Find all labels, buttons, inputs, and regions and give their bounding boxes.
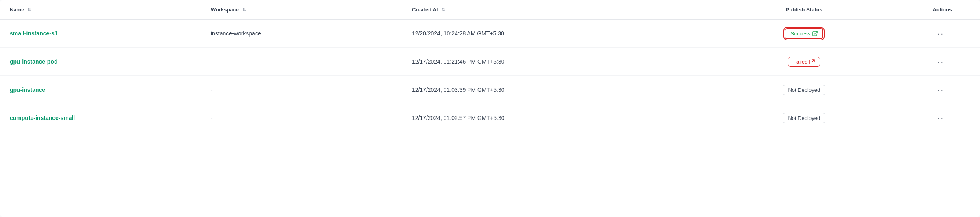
instance-name-link[interactable]: gpu-instance [10,86,45,93]
actions-menu-button[interactable]: ··· [934,28,950,39]
publish-status-badge: Not Deployed [783,113,825,123]
col-header-publish-status: Publish Status [704,0,905,20]
table-row: gpu-instance-pod-12/17/2024, 01:21:46 PM… [0,48,980,76]
actions-cell: ··· [905,104,980,132]
publish-status-cell: Failed [704,48,905,76]
publish-status-cell: Not Deployed [704,104,905,132]
actions-menu-button[interactable]: ··· [934,112,950,124]
publish-status-text: Not Deployed [788,87,820,93]
external-link-icon [809,59,815,64]
workspace-dash: - [211,86,213,93]
instances-table: Name ⇅ Workspace ⇅ Created At ⇅ Publish … [0,0,980,217]
publish-status-badge: Not Deployed [783,85,825,95]
publish-status-cell: Not Deployed [704,76,905,104]
external-link-icon [812,31,818,36]
publish-status-badge[interactable]: Success [785,28,823,39]
publish-status-text: Success [790,31,810,37]
workspace-cell: - [201,76,402,104]
publish-status-badge[interactable]: Failed [788,57,820,67]
publish-status-text: Failed [793,59,807,65]
created-at-cell: 12/20/2024, 10:24:28 AM GMT+5:30 [402,20,704,48]
instance-name-link[interactable]: gpu-instance-pod [10,58,57,65]
workspace-cell: instance-workspace [201,20,402,48]
instance-name-link[interactable]: compute-instance-small [10,115,75,121]
workspace-dash: - [211,115,213,121]
col-header-workspace[interactable]: Workspace ⇅ [201,0,402,20]
created-at-cell: 12/17/2024, 01:02:57 PM GMT+5:30 [402,104,704,132]
publish-status-text: Not Deployed [788,115,820,121]
table-row: gpu-instance-12/17/2024, 01:03:39 PM GMT… [0,76,980,104]
actions-cell: ··· [905,20,980,48]
table-row: compute-instance-small-12/17/2024, 01:02… [0,104,980,132]
table-row: small-instance-s1instance-workspace12/20… [0,20,980,48]
sort-icon-created-at: ⇅ [442,7,445,13]
col-header-name[interactable]: Name ⇅ [0,0,201,20]
col-header-actions: Actions [905,0,980,20]
workspace-dash: - [211,58,213,65]
created-at-cell: 12/17/2024, 01:03:39 PM GMT+5:30 [402,76,704,104]
actions-cell: ··· [905,76,980,104]
actions-cell: ··· [905,48,980,76]
actions-menu-button[interactable]: ··· [934,84,950,95]
publish-status-cell: Success [704,20,905,48]
workspace-cell: - [201,104,402,132]
col-header-created-at[interactable]: Created At ⇅ [402,0,704,20]
actions-menu-button[interactable]: ··· [934,56,950,67]
sort-icon-name: ⇅ [27,7,31,13]
instance-name-link[interactable]: small-instance-s1 [10,30,58,37]
created-at-cell: 12/17/2024, 01:21:46 PM GMT+5:30 [402,48,704,76]
table-header-row: Name ⇅ Workspace ⇅ Created At ⇅ Publish … [0,0,980,20]
workspace-cell: - [201,48,402,76]
sort-icon-workspace: ⇅ [242,7,246,13]
